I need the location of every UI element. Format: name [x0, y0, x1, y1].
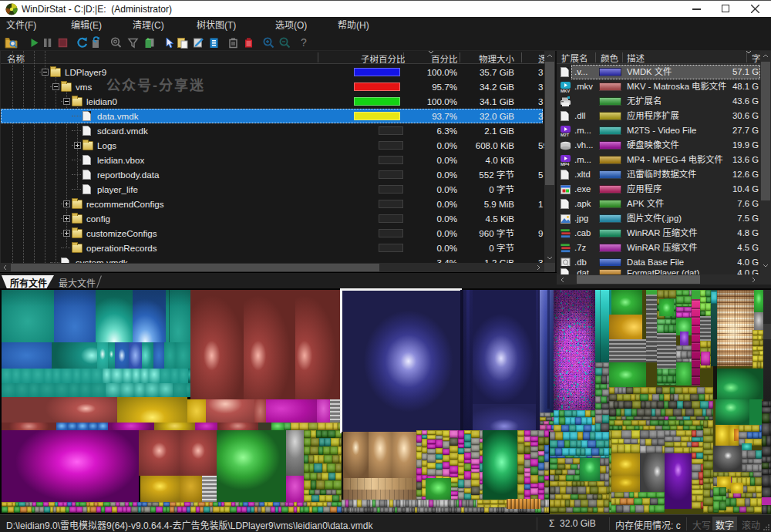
svg-text:MKV: MKV [561, 89, 571, 93]
svg-text:?: ? [301, 36, 307, 49]
svg-text:MP4: MP4 [561, 162, 570, 167]
svg-text:M2T: M2T [561, 133, 570, 137]
